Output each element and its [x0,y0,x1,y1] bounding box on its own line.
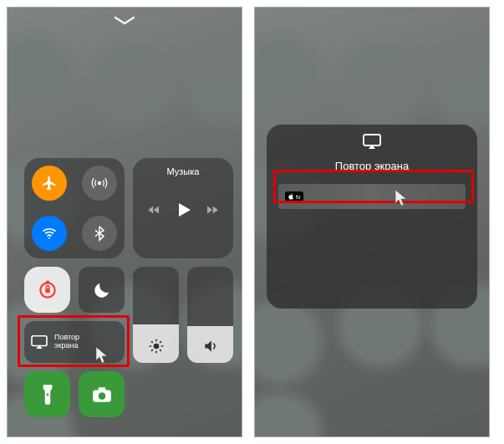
cellular-data-button[interactable] [82,166,117,201]
svg-rect-4 [32,336,47,346]
play-icon [173,200,193,220]
screen-mirroring-label: Повтор экрана [54,334,79,350]
svg-rect-8 [98,387,105,390]
airplane-mode-button[interactable] [32,166,67,201]
next-icon [204,202,221,217]
svg-point-0 [98,181,100,184]
prev-icon [145,202,162,217]
next-track-button[interactable] [204,202,221,221]
screen-mirroring-sheet: Повтор экрана tv [267,125,477,309]
svg-rect-3 [45,288,49,292]
airplane-icon [41,175,58,191]
flashlight-button[interactable] [24,371,70,417]
volume-icon [202,338,219,355]
bluetooth-button[interactable] [82,216,117,251]
screen-mirroring-button[interactable]: Повтор экрана [24,321,125,363]
control-center-panel-2: Повтор экрана tv [254,7,490,437]
svg-point-5 [153,344,159,350]
apple-tv-badge: tv [285,191,303,202]
volume-slider[interactable] [187,267,233,363]
airplay-icon [362,133,382,153]
sheet-title: Повтор экрана [278,160,466,172]
music-label: Музыка [140,166,227,176]
music-tile[interactable]: Музыка [133,158,233,258]
flashlight-icon [39,383,56,406]
airplay-device-row[interactable]: tv [278,184,466,209]
prev-track-button[interactable] [145,202,162,221]
apple-logo-icon [288,193,294,200]
wifi-button[interactable] [32,216,67,251]
do-not-disturb-button[interactable] [79,267,125,313]
airplay-icon [30,334,48,350]
connectivity-tile[interactable] [24,158,125,258]
brightness-slider[interactable] [133,267,179,363]
svg-point-6 [46,393,48,396]
music-controls [140,200,227,223]
play-button[interactable] [173,200,193,223]
cellular-icon [91,175,108,191]
camera-button[interactable] [79,371,125,417]
camera-icon [91,385,113,404]
svg-rect-10 [364,135,380,145]
orientation-lock-button[interactable] [24,267,70,313]
brightness-icon [148,338,165,355]
moon-icon [92,280,112,300]
lock-rotation-icon [37,279,59,301]
control-center-panel-1: Музыка Повтор экрана [7,7,242,437]
bluetooth-icon [91,225,108,242]
apple-tv-badge-text: tv [296,194,300,200]
close-chevron-icon[interactable] [114,14,135,29]
svg-point-9 [98,392,105,400]
wifi-icon [41,225,58,242]
svg-point-1 [48,237,50,239]
